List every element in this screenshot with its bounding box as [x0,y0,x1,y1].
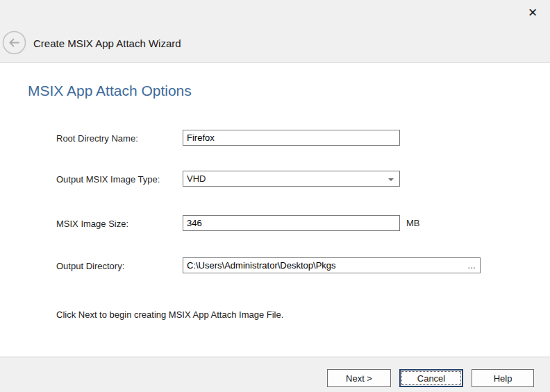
wizard-title: Create MSIX App Attach Wizard [33,37,181,49]
root-directory-input[interactable] [183,130,400,146]
chevron-down-icon [388,178,394,181]
close-icon[interactable]: ✕ [524,4,542,22]
footer-bar: Next > Cancel Help [0,357,550,392]
msix-app-attach-wizard-dialog: Create MSIX App Attach Wizard ✕ MSIX App… [0,0,550,392]
image-size-input[interactable] [183,215,400,231]
back-icon[interactable] [2,31,26,55]
image-type-label: Output MSIX Image Type: [56,174,160,185]
output-directory-field: … [183,257,481,273]
browse-ellipsis-button[interactable]: … [464,258,479,273]
instruction-text: Click Next to begin creating MSIX App At… [56,309,283,320]
page-title: MSIX App Attach Options [28,83,192,99]
image-size-unit-label: MB [406,218,420,228]
image-size-label: MSIX Image Size: [56,219,128,229]
output-directory-input[interactable] [183,257,481,273]
image-type-selected-value: VHD [187,173,206,184]
root-directory-label: Root Directry Name: [56,133,138,144]
next-button[interactable]: Next > [327,369,391,387]
image-type-dropdown[interactable]: VHD [183,171,400,187]
output-directory-label: Output Directory: [56,261,124,271]
help-button[interactable]: Help [472,369,534,387]
wizard-header: Create MSIX App Attach Wizard ✕ [0,0,550,63]
cancel-button[interactable]: Cancel [399,369,463,387]
